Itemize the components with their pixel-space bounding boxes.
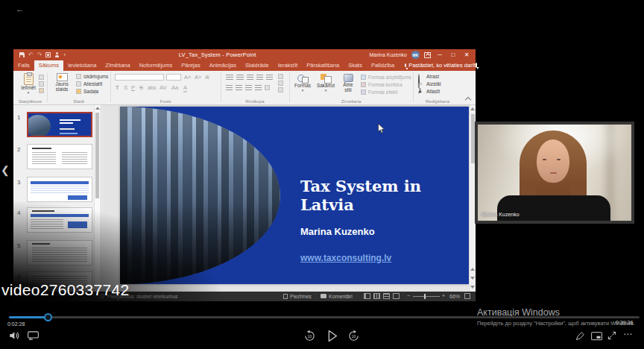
tab-sakums[interactable]: Sākums — [34, 60, 63, 71]
zoom-level[interactable]: 66% — [449, 294, 460, 299]
view-slideshow-button[interactable] — [393, 293, 400, 299]
close-button[interactable]: ✕ — [462, 51, 471, 59]
tab-skats[interactable]: Skats — [344, 60, 367, 71]
line-spacing-icon[interactable] — [266, 75, 273, 81]
tab-ievietosana[interactable]: Ievietošana — [63, 60, 101, 71]
slide-thumbnail-5[interactable] — [27, 240, 92, 265]
zoom-slider[interactable] — [413, 296, 440, 297]
indent-decrease-icon[interactable] — [247, 75, 253, 81]
indent-increase-icon[interactable] — [256, 75, 263, 81]
presenter-icon[interactable] — [54, 52, 60, 57]
text-direction-icon[interactable] — [278, 74, 283, 79]
quick-styles-button[interactable]: Ātrie stili — [339, 74, 357, 92]
captions-button[interactable] — [28, 331, 39, 340]
zoom-slider-thumb[interactable] — [424, 294, 426, 299]
justify-icon[interactable] — [255, 85, 262, 91]
char-spacing-button[interactable]: AV — [160, 84, 166, 91]
reset-button[interactable]: Atiestatīt — [83, 81, 102, 87]
expand-button[interactable] — [607, 330, 617, 341]
arrange-button[interactable]: Sakārtot ▾ — [315, 74, 337, 92]
play-button[interactable] — [326, 330, 338, 342]
tab-ierakstit[interactable]: Ierakstīt — [274, 60, 303, 71]
shapes-button[interactable]: Formas ▾ — [293, 74, 312, 92]
progress-handle[interactable] — [44, 313, 52, 321]
fit-window-icon[interactable] — [464, 293, 470, 299]
tab-palidziba[interactable]: Palīdzība — [367, 60, 399, 71]
align-center-icon[interactable] — [236, 85, 242, 91]
start-slideshow-icon[interactable] — [45, 52, 51, 57]
maximize-button[interactable]: □ — [449, 51, 458, 59]
redo-icon[interactable]: ↷ — [37, 52, 42, 57]
progress-track[interactable] — [9, 316, 640, 318]
view-sorter-button[interactable] — [373, 293, 380, 299]
collapse-ribbon-icon[interactable] — [465, 97, 471, 103]
tab-zimesana[interactable]: Zīmēšana — [101, 60, 134, 71]
font-size-select[interactable] — [166, 74, 181, 81]
user-avatar[interactable]: MK — [411, 51, 420, 59]
columns-icon[interactable] — [265, 85, 270, 90]
slide-canvas[interactable]: Tax System in Latvia Marina Kuzenko www.… — [120, 107, 469, 284]
more-button[interactable]: ⋯ — [623, 329, 633, 339]
cut-icon[interactable] — [39, 75, 44, 80]
notes-button[interactable]: Piezīmes — [290, 294, 312, 299]
italic-button[interactable]: S — [124, 84, 127, 91]
tab-fails[interactable]: Fails — [13, 60, 34, 71]
tab-parskatisana[interactable]: Pārskatīšana — [302, 60, 344, 71]
save-icon[interactable] — [19, 52, 25, 57]
zoom-out-button[interactable]: − — [407, 293, 410, 298]
tab-animacijas[interactable]: Animācijas — [205, 60, 241, 71]
select-button[interactable]: Atlasīt — [426, 89, 440, 94]
layout-button[interactable]: Izkārtojums — [83, 74, 108, 79]
forward-10-button[interactable]: 10 — [347, 330, 360, 342]
back-icon[interactable]: ← — [16, 4, 24, 13]
comments-button[interactable]: Komentāri — [329, 294, 353, 299]
prev-chevron-icon[interactable]: ❮ — [1, 164, 10, 176]
numbering-icon[interactable] — [236, 75, 244, 81]
bold-button[interactable]: T — [116, 84, 119, 91]
section-button[interactable]: Sadaļa — [83, 89, 98, 94]
align-right-icon[interactable] — [245, 85, 252, 91]
slide-thumbnail-2[interactable] — [27, 144, 92, 169]
slide-thumbnail-1[interactable] — [27, 112, 92, 137]
view-normal-button[interactable] — [364, 293, 370, 299]
volume-button[interactable] — [9, 330, 21, 341]
next-slide-icon[interactable] — [470, 277, 475, 280]
rewind-10-button[interactable]: 10 — [303, 330, 316, 342]
tab-noformejums[interactable]: Noformējums — [135, 60, 177, 71]
align-text-icon[interactable] — [278, 81, 283, 86]
undo-icon[interactable]: ↶ — [28, 52, 34, 57]
font-color-button[interactable]: A — [183, 84, 187, 92]
find-button[interactable]: Atrast — [426, 74, 439, 79]
grow-font-icon[interactable]: A˄ — [184, 74, 191, 81]
font-name-select[interactable] — [115, 74, 164, 81]
minimize-button[interactable]: ─ — [435, 51, 444, 59]
tab-slaidrade[interactable]: Slaidrāde — [241, 60, 274, 71]
strikethrough-button[interactable]: S — [139, 84, 143, 91]
pen-button[interactable] — [575, 331, 585, 342]
bullets-icon[interactable] — [226, 75, 233, 81]
align-left-icon[interactable] — [226, 85, 233, 91]
slide-link[interactable]: www.taxconsulting.lv — [300, 253, 391, 263]
underline-button[interactable]: P — [131, 84, 135, 91]
previous-slide-icon[interactable] — [470, 268, 475, 271]
replace-button[interactable]: Aizstāt — [426, 81, 441, 87]
change-case-button[interactable]: Aa — [171, 84, 178, 91]
slide-thumbnail-4[interactable] — [27, 207, 92, 233]
zoom-in-button[interactable]: + — [442, 293, 445, 298]
slide-title[interactable]: Tax System in Latvia — [300, 177, 457, 215]
slide-thumbnail-3[interactable] — [27, 177, 92, 202]
tellme-text[interactable]: Pastāstiet, ko vēlaties darīt — [408, 60, 476, 71]
smartart-icon[interactable] — [278, 87, 283, 92]
view-reading-button[interactable] — [383, 293, 390, 299]
clear-format-icon[interactable]: A̸ — [205, 74, 209, 81]
shape-effects-button[interactable]: Formas efekti — [368, 89, 397, 95]
ribbon-options-icon[interactable] — [424, 52, 431, 58]
format-painter-icon[interactable] — [39, 88, 44, 93]
shadow-button[interactable]: abc — [148, 84, 157, 91]
copy-icon[interactable] — [39, 81, 44, 87]
new-slide-button[interactable]: Jauns slaids — [51, 73, 73, 92]
pip-button[interactable] — [591, 332, 602, 341]
shrink-font-icon[interactable]: A˅ — [195, 74, 201, 81]
shape-outline-button[interactable]: Formas kontūra — [368, 82, 402, 87]
comments-panel-icon[interactable] — [476, 63, 477, 68]
